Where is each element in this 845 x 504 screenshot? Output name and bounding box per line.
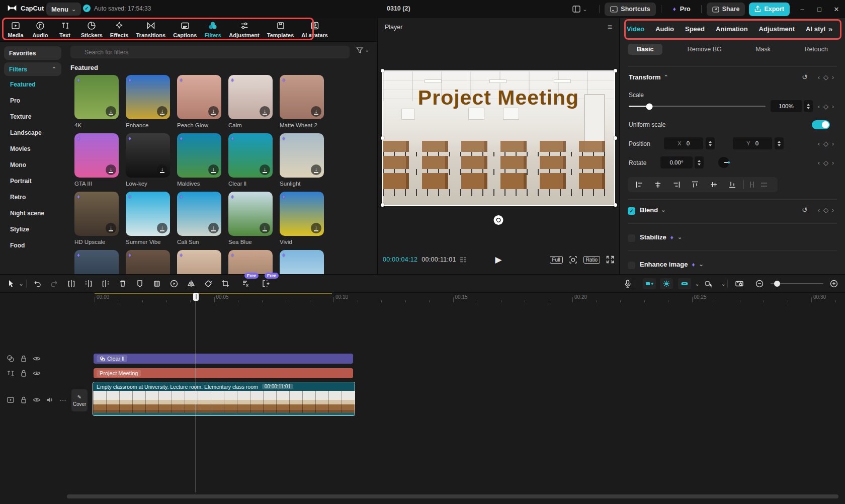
link-clip-icon[interactable]	[678, 278, 691, 289]
speed-icon[interactable]	[169, 279, 179, 289]
filter-card[interactable]: ♦ ↓	[126, 250, 176, 274]
magnet-snap-icon[interactable]	[643, 278, 656, 289]
playhead-handle[interactable]	[193, 293, 199, 301]
selection-handle[interactable]	[381, 136, 384, 140]
filter-card[interactable]: ♦ ↓	[280, 250, 330, 274]
auto-link-icon[interactable]	[660, 278, 673, 289]
video-track-icon[interactable]	[6, 395, 15, 404]
position-y-stepper[interactable]	[775, 137, 784, 149]
stabilize-checkbox[interactable]	[628, 234, 635, 242]
undo-icon[interactable]	[32, 279, 42, 289]
layout-toggle-button[interactable]: ⌄	[572, 6, 587, 13]
download-icon[interactable]: ↓	[157, 223, 167, 233]
selection-handle[interactable]	[614, 136, 617, 140]
blend-checkbox[interactable]: ✓	[628, 207, 635, 215]
crop-icon[interactable]	[220, 279, 230, 289]
redo-icon[interactable]	[49, 279, 59, 289]
download-icon[interactable]: ↓	[311, 223, 321, 233]
filter-card-matte-wheat-2[interactable]: ♦ ↓ Matte Wheat 2	[280, 75, 330, 128]
position-x-field[interactable]: X 0	[664, 137, 703, 149]
keyframe-next-icon[interactable]: ›	[832, 159, 834, 166]
stabilize-section-header[interactable]: Stabilize ♦ ⌄	[640, 233, 682, 241]
sidebar-item-favorites[interactable]: Favorites	[4, 46, 61, 60]
blend-section-header[interactable]: Blend ⌄	[640, 206, 665, 214]
filter-card[interactable]: ♦ ↓	[177, 250, 227, 274]
minimize-button[interactable]: –	[794, 0, 811, 18]
insert-clip-icon[interactable]	[261, 279, 271, 289]
position-x-stepper[interactable]	[706, 137, 715, 149]
subtab-basic[interactable]: Basic	[628, 44, 662, 55]
track-select-icon[interactable]	[704, 279, 714, 289]
keyframe-next-icon[interactable]: ›	[832, 74, 834, 81]
horizontal-scrollbar[interactable]	[67, 494, 838, 498]
inspector-tab-ai-styl[interactable]: AI styl	[806, 25, 825, 33]
timeline-ruler[interactable]: 00:0000:0500:1000:1500:2000:2500:30	[0, 293, 845, 304]
keyframe-diamond-icon[interactable]: ◇	[823, 73, 828, 81]
align-button[interactable]	[687, 179, 703, 191]
more-icon[interactable]: ⋯	[58, 395, 67, 404]
filter-card-4k[interactable]: ♦ ↓ 4K	[74, 75, 125, 128]
keyframe-prev-icon[interactable]: ‹	[818, 74, 820, 81]
cover-button[interactable]: ✎ Cover	[71, 389, 88, 411]
scale-stepper[interactable]	[804, 100, 813, 112]
ribbon-tab-templates[interactable]: Templates	[267, 21, 294, 38]
sidebar-item-stylize[interactable]: Stylize	[10, 226, 29, 233]
microphone-icon[interactable]	[623, 279, 633, 289]
filter-card-vivid[interactable]: ♦ ↓ Vivid	[280, 192, 330, 245]
sidebar-item-pro[interactable]: Pro	[10, 97, 20, 104]
sidebar-item-featured[interactable]: Featured	[10, 81, 36, 88]
position-keyframe-controls[interactable]: ‹◇›	[818, 140, 834, 147]
menu-button[interactable]: Menu ⌄	[46, 3, 81, 16]
download-icon[interactable]: ↓	[106, 164, 116, 175]
enhance-image-section-header[interactable]: Enhance image ♦ ⌄	[640, 261, 704, 268]
scale-value[interactable]: 100%	[771, 100, 802, 112]
keyframe-diamond-icon[interactable]: ◇	[823, 159, 828, 166]
keyframe-prev-icon[interactable]: ‹	[818, 140, 820, 147]
eye-icon[interactable]	[32, 395, 41, 404]
sidebar-item-portrait[interactable]: Portrait	[10, 178, 32, 185]
scale-keyframe-controls[interactable]: ‹◇›	[818, 103, 834, 110]
select-tool-icon[interactable]	[6, 279, 16, 289]
text-clip[interactable]: Project Meeting	[94, 368, 353, 378]
preview-scale-icon[interactable]	[734, 279, 744, 289]
keyframe-diamond-icon[interactable]: ◇	[823, 103, 828, 110]
timeline-zoom-slider[interactable]	[771, 283, 823, 284]
align-button[interactable]	[759, 180, 769, 190]
lock-icon[interactable]	[19, 395, 28, 404]
sidebar-item-texture[interactable]: Texture	[10, 113, 31, 120]
download-icon[interactable]: ↓	[106, 223, 116, 233]
freeze-icon[interactable]	[152, 279, 162, 289]
eye-icon[interactable]	[32, 369, 41, 378]
ribbon-tab-captions[interactable]: Captions	[173, 21, 197, 38]
tab-overflow-icon[interactable]: »	[828, 25, 832, 33]
split-left-icon[interactable]	[83, 279, 94, 289]
export-button[interactable]: Export	[749, 3, 790, 16]
text-overlay[interactable]: Project Meeting	[383, 86, 614, 110]
ribbon-tab-effects[interactable]: Effects	[110, 21, 129, 38]
filter-card-gta-iii[interactable]: ♦ ↓ GTA III	[74, 133, 125, 187]
search-input[interactable]	[70, 46, 350, 58]
ribbon-tab-transitions[interactable]: Transitions	[136, 21, 166, 38]
keyframe-next-icon[interactable]: ›	[832, 140, 834, 147]
filter-card-hd-upscale[interactable]: ♦ ↓ HD Upscale	[74, 192, 125, 245]
filter-card-cali-sun[interactable]: ♦ ↓ Cali Sun	[177, 192, 227, 245]
scale-slider[interactable]	[629, 106, 766, 107]
download-icon[interactable]: ↓	[311, 106, 321, 117]
filter-card-clear-ll[interactable]: ♦ ↓ Clear ll	[228, 133, 279, 187]
rotate-handle[interactable]	[494, 215, 503, 225]
mirror-icon[interactable]	[186, 279, 196, 289]
align-button[interactable]	[631, 179, 647, 191]
rotate-value[interactable]: 0.00°	[660, 156, 693, 169]
text-track-icon[interactable]	[6, 369, 15, 378]
subtab-remove-bg[interactable]: Remove BG	[679, 44, 731, 55]
filter-card-peach-glow[interactable]: ♦ ↓ Peach Glow	[177, 75, 227, 128]
player-menu-icon[interactable]: ≡	[608, 23, 612, 32]
rotate-keyframe-controls[interactable]: ‹◇›	[818, 159, 834, 166]
zoom-in-icon[interactable]	[829, 279, 839, 289]
selection-handle[interactable]	[614, 203, 617, 207]
select-caret-icon[interactable]: ⌄	[16, 279, 26, 289]
fullscreen-icon[interactable]	[606, 256, 614, 264]
inspector-tab-speed[interactable]: Speed	[685, 25, 705, 33]
keyframe-prev-icon[interactable]: ‹	[818, 159, 820, 166]
filter-card-maldives[interactable]: ♦ ↓ Maldives	[177, 133, 227, 187]
